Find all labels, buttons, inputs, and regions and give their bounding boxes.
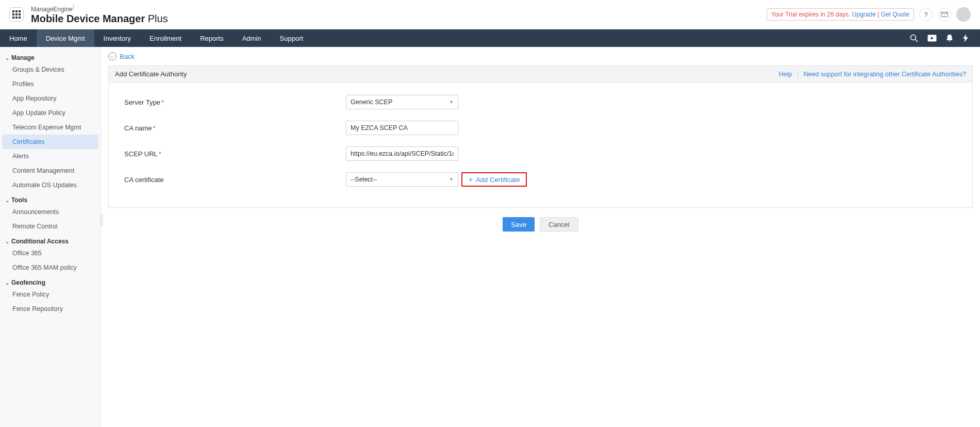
add-certificate-label: Add Certificate xyxy=(476,176,520,184)
support-link[interactable]: Need support for integrating other Certi… xyxy=(804,71,966,78)
nav-home[interactable]: Home xyxy=(0,29,37,47)
sidebar-section-label: Tools xyxy=(11,196,27,204)
brand-swirl-icon: ) xyxy=(73,4,74,10)
chevron-down-icon: ⌄ xyxy=(5,280,9,286)
scep-url-label: SCEP URL* xyxy=(124,150,346,158)
sidebar-section-geofencing[interactable]: ⌄Geofencing xyxy=(0,275,101,287)
apps-grid-icon xyxy=(12,10,21,19)
panel-header: Add Certificate Authority Help | Need su… xyxy=(109,66,972,83)
nav-device-mgmt[interactable]: Device Mgmt xyxy=(37,29,94,47)
sidebar-item-remote-control[interactable]: Remote Control xyxy=(0,219,101,234)
nav-support[interactable]: Support xyxy=(271,29,313,47)
sidebar-section-label: Conditional Access xyxy=(11,238,69,245)
sidebar-item-profiles[interactable]: Profiles xyxy=(0,77,101,91)
nav-inventory[interactable]: Inventory xyxy=(94,29,140,47)
save-button[interactable]: Save xyxy=(503,217,535,232)
mail-button[interactable] xyxy=(938,8,951,21)
svg-point-1 xyxy=(911,35,916,40)
upgrade-link[interactable]: Upgrade xyxy=(852,11,876,18)
panel-title: Add Certificate Authority xyxy=(115,70,187,78)
ca-name-label: CA name* xyxy=(124,124,346,132)
trial-banner: Your Trial expires in 26 days. Upgrade |… xyxy=(767,8,914,21)
back-label: Back xyxy=(120,53,135,60)
ca-certificate-value: --Select-- xyxy=(351,176,377,183)
back-arrow-icon: ← xyxy=(108,52,117,60)
brand-top: ManageEngine xyxy=(31,6,73,13)
sidebar-section-manage[interactable]: ⌄Manage xyxy=(0,50,101,62)
server-type-value: Generic SCEP xyxy=(351,98,392,106)
nav-reports[interactable]: Reports xyxy=(191,29,233,47)
server-type-select[interactable]: Generic SCEP ▼ xyxy=(346,95,458,109)
video-button[interactable] xyxy=(927,35,937,42)
form-panel: Add Certificate Authority Help | Need su… xyxy=(108,65,973,208)
sidebar-item-fence-policy[interactable]: Fence Policy xyxy=(0,287,101,302)
sidebar-section-label: Geofencing xyxy=(11,279,45,286)
chevron-down-icon: ⌄ xyxy=(5,239,9,244)
lightning-icon xyxy=(962,34,969,42)
back-link[interactable]: ← Back xyxy=(108,52,973,60)
sidebar-item-office-365-mam[interactable]: Office 365 MAM policy xyxy=(0,260,101,275)
video-icon xyxy=(927,35,937,42)
search-button[interactable] xyxy=(910,34,918,42)
sidebar-section-tools[interactable]: ⌄Tools xyxy=(0,192,101,205)
ca-certificate-select[interactable]: --Select-- ▼ xyxy=(346,172,458,187)
ca-name-input[interactable] xyxy=(346,121,458,135)
brand-logo: ManageEngine) Mobile Device Manager Plus xyxy=(31,4,168,25)
chevron-down-icon: ⌄ xyxy=(5,198,9,203)
sidebar-section-label: Manage xyxy=(11,54,35,61)
brand-title: Mobile Device Manager Plus xyxy=(31,13,168,25)
left-sidebar: ⌄Manage Groups & Devices Profiles App Re… xyxy=(0,47,101,427)
plus-icon: + xyxy=(469,175,473,184)
sidebar-item-app-repository[interactable]: App Repository xyxy=(0,91,101,106)
chevron-down-icon: ▼ xyxy=(449,177,454,182)
nav-enrollment[interactable]: Enrollment xyxy=(140,29,191,47)
server-type-label: Server Type* xyxy=(124,98,346,106)
help-button[interactable]: ? xyxy=(919,8,933,21)
app-launcher-button[interactable] xyxy=(9,7,24,22)
notifications-button[interactable] xyxy=(946,34,953,42)
sidebar-item-announcements[interactable]: Announcements xyxy=(0,205,101,219)
chevron-down-icon: ▼ xyxy=(449,100,454,105)
trial-text: Your Trial expires in 26 days. xyxy=(771,11,852,18)
get-quote-link[interactable]: Get Quote xyxy=(881,11,909,18)
sidebar-item-automate-os-updates[interactable]: Automate OS Updates xyxy=(0,178,101,192)
sidebar-item-alerts[interactable]: Alerts xyxy=(0,149,101,163)
quick-action-button[interactable] xyxy=(962,34,969,42)
nav-admin[interactable]: Admin xyxy=(233,29,271,47)
sidebar-item-groups-devices[interactable]: Groups & Devices xyxy=(0,62,101,77)
user-avatar[interactable] xyxy=(956,7,971,22)
sidebar-item-certificates[interactable]: Certificates xyxy=(2,135,98,149)
help-link[interactable]: Help xyxy=(779,71,792,78)
app-header: ManageEngine) Mobile Device Manager Plus… xyxy=(0,0,980,29)
chevron-down-icon: ⌄ xyxy=(5,55,9,61)
sidebar-section-conditional-access[interactable]: ⌄Conditional Access xyxy=(0,234,101,246)
sidebar-item-office-365[interactable]: Office 365 xyxy=(0,246,101,260)
main-nav: Home Device Mgmt Inventory Enrollment Re… xyxy=(0,29,980,47)
bell-icon xyxy=(946,34,953,42)
sidebar-item-content-management[interactable]: Content Management xyxy=(0,163,101,178)
ca-certificate-label: CA certificate xyxy=(124,176,346,184)
main-content: ← Back Add Certificate Authority Help | … xyxy=(101,47,980,427)
cancel-button[interactable]: Cancel xyxy=(540,217,578,232)
sidebar-item-telecom-expense[interactable]: Telecom Expense Mgmt xyxy=(0,120,101,135)
search-icon xyxy=(910,34,918,42)
mail-icon xyxy=(941,12,948,17)
scep-url-input[interactable] xyxy=(346,146,458,161)
svg-line-2 xyxy=(916,40,918,42)
add-certificate-button[interactable]: + Add Certificate xyxy=(461,172,527,187)
sidebar-item-app-update-policy[interactable]: App Update Policy xyxy=(0,106,101,120)
sidebar-item-fence-repository[interactable]: Fence Repository xyxy=(0,302,101,316)
